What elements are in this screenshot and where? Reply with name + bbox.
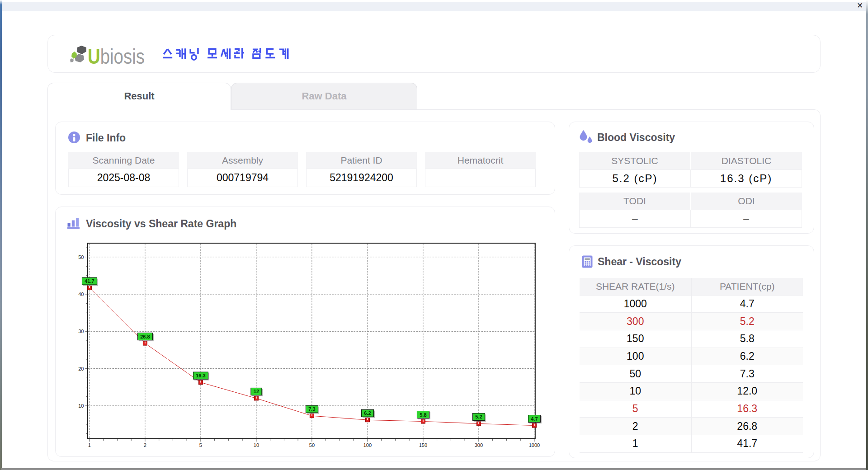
svg-text:40: 40 bbox=[78, 291, 84, 297]
svg-text:Ubiosis: Ubiosis bbox=[88, 45, 145, 68]
svg-text:100: 100 bbox=[363, 442, 372, 448]
svg-text:20: 20 bbox=[78, 366, 84, 371]
svg-text:150: 150 bbox=[419, 442, 427, 448]
svg-text:5.2: 5.2 bbox=[475, 414, 482, 419]
svg-text:26.8: 26.8 bbox=[140, 334, 150, 339]
svg-text:12: 12 bbox=[254, 389, 259, 394]
svg-text:300: 300 bbox=[475, 442, 483, 448]
svg-text:50: 50 bbox=[78, 254, 84, 260]
svg-text:4.7: 4.7 bbox=[531, 416, 538, 422]
svg-text:50: 50 bbox=[309, 442, 315, 448]
svg-text:41.7: 41.7 bbox=[85, 278, 94, 284]
svg-text:1: 1 bbox=[88, 442, 91, 448]
svg-text:10: 10 bbox=[254, 442, 259, 448]
svg-text:7.3: 7.3 bbox=[308, 406, 315, 412]
svg-text:2: 2 bbox=[144, 442, 146, 448]
svg-text:16.3: 16.3 bbox=[196, 373, 205, 378]
svg-text:6.2: 6.2 bbox=[364, 410, 371, 416]
svg-text:10: 10 bbox=[78, 403, 84, 409]
svg-text:1000: 1000 bbox=[529, 442, 540, 448]
svg-text:5: 5 bbox=[199, 442, 202, 448]
svg-text:30: 30 bbox=[78, 329, 84, 334]
svg-text:5.8: 5.8 bbox=[420, 412, 426, 418]
